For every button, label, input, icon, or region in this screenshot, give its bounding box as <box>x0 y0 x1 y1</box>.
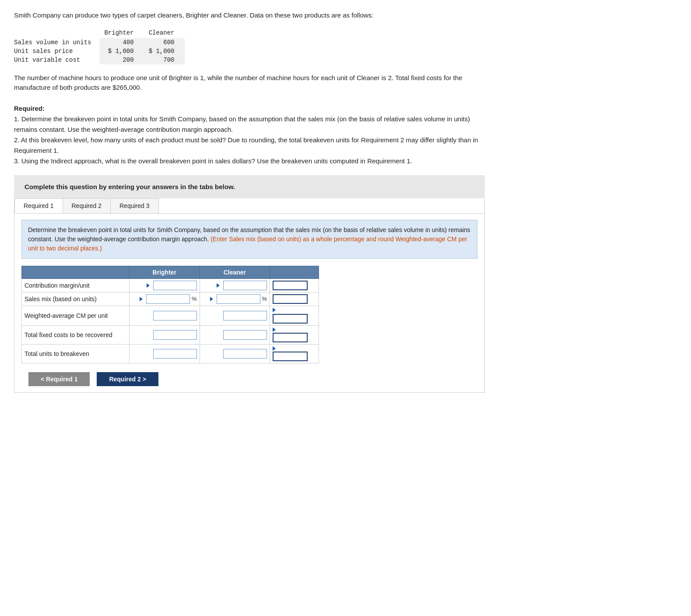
wt-avg-last-input[interactable] <box>273 314 308 324</box>
nav-buttons: < Required 1 Required 2 > <box>28 372 477 386</box>
total-units-last-input[interactable] <box>273 352 308 361</box>
table-row: Weighted-average CM per unit <box>22 306 319 325</box>
brighter-header: Brighter <box>100 28 144 38</box>
cm-brighter-cell <box>130 278 200 292</box>
sales-mix-last-cell <box>270 292 319 306</box>
sales-mix-brighter-input[interactable] <box>146 294 190 304</box>
required-item-2: 2. At this breakeven level, how many uni… <box>14 135 485 156</box>
wt-avg-cleaner-cell <box>200 306 270 325</box>
total-units-cleaner-cell <box>200 344 270 363</box>
fixed-costs-cleaner-cell <box>200 325 270 344</box>
table-row: Unit sales price $ 1,000 $ 1,000 <box>14 47 185 56</box>
tab-required-3[interactable]: Required 3 <box>110 198 159 213</box>
table-row: Contribution margin/unit <box>22 278 319 292</box>
table-row: Total units to breakeven <box>22 344 319 363</box>
cleaner-pct: % <box>262 296 267 302</box>
tabs-container: Required 1 Required 2 Required 3 Determi… <box>14 198 485 393</box>
cm-last-cell <box>270 278 319 292</box>
row-label-sales-mix: Sales mix (based on units) <box>22 292 130 306</box>
cleaner-header: Cleaner <box>144 28 185 38</box>
fixed-costs-last-cell <box>270 325 319 344</box>
next-button[interactable]: Required 2 > <box>97 372 158 386</box>
tab-required-2[interactable]: Required 2 <box>63 198 111 213</box>
answer-table-col-brighter: Brighter <box>130 266 200 278</box>
intro-paragraph: Smith Company can produce two types of c… <box>14 11 485 21</box>
complete-box: Complete this question by entering your … <box>14 175 485 198</box>
data-table: Brighter Cleaner Sales volume in units 4… <box>14 28 185 64</box>
total-units-indicator <box>273 346 276 351</box>
cm-brighter-input[interactable] <box>153 281 197 290</box>
total-units-brighter-cell <box>130 344 200 363</box>
sales-mix-cleaner-input[interactable] <box>217 294 260 304</box>
cleaner-indicator <box>217 283 220 288</box>
total-units-last-cell <box>270 344 319 363</box>
sales-mix-cleaner-indicator <box>210 297 213 301</box>
sales-mix-brighter-indicator <box>140 297 143 301</box>
fixed-costs-brighter-cell <box>130 325 200 344</box>
answer-table-col-cleaner: Cleaner <box>200 266 270 278</box>
brighter-pct: % <box>192 296 197 302</box>
row-label-fixed-costs: Total fixed costs to be recovered <box>22 325 130 344</box>
row-label-cm: Contribution margin/unit <box>22 278 130 292</box>
required-item-3: 3. Using the Indirect approach, what is … <box>14 156 485 166</box>
brighter-indicator <box>147 283 150 288</box>
required-section: Required: 1. Determine the breakeven poi… <box>14 103 485 166</box>
fixed-costs-indicator <box>273 327 276 332</box>
sales-mix-last-input[interactable] <box>273 294 308 304</box>
cm-cleaner-cell <box>200 278 270 292</box>
table-row: Total fixed costs to be recovered <box>22 325 319 344</box>
wt-avg-indicator-1 <box>273 308 276 312</box>
machine-hours-paragraph: The number of machine hours to produce o… <box>14 73 485 93</box>
required-item-1: 1. Determine the breakeven point in tota… <box>14 114 485 135</box>
cm-cleaner-input[interactable] <box>223 281 267 290</box>
answer-table-col-empty <box>22 266 130 278</box>
wt-avg-brighter-input[interactable] <box>153 311 197 320</box>
total-units-cleaner-input[interactable] <box>223 349 267 359</box>
table-row: Sales volume in units 400 600 <box>14 38 185 47</box>
table-row: Sales mix (based on units) % % <box>22 292 319 306</box>
sales-mix-brighter-cell: % <box>130 292 200 306</box>
total-units-brighter-input[interactable] <box>153 349 197 359</box>
fixed-costs-cleaner-input[interactable] <box>223 330 267 340</box>
tab-required-1[interactable]: Required 1 <box>14 198 63 213</box>
wt-avg-brighter-cell <box>130 306 200 325</box>
fixed-costs-brighter-input[interactable] <box>153 330 197 340</box>
sales-mix-cleaner-cell: % <box>200 292 270 306</box>
wt-avg-cleaner-input[interactable] <box>223 311 267 320</box>
row-label-wt-avg: Weighted-average CM per unit <box>22 306 130 325</box>
fixed-costs-last-input[interactable] <box>273 333 308 342</box>
tab-content-area: Determine the breakeven point in total u… <box>14 214 484 392</box>
cm-last-input[interactable] <box>273 281 308 290</box>
wt-avg-last-cell <box>270 306 319 325</box>
table-row: Unit variable cost 200 700 <box>14 56 185 64</box>
prev-button[interactable]: < Required 1 <box>28 372 90 386</box>
row-label-total-units: Total units to breakeven <box>22 344 130 363</box>
answer-table-col-last <box>270 266 319 278</box>
tab-description: Determine the breakeven point in total u… <box>21 220 477 259</box>
required-title: Required: <box>14 105 45 112</box>
answer-table: Brighter Cleaner Contribution margin/uni… <box>21 266 319 363</box>
tabs-row: Required 1 Required 2 Required 3 <box>14 198 484 214</box>
